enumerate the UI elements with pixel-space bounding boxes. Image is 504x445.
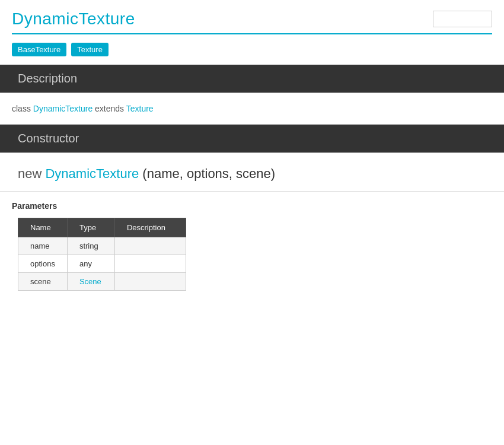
- tag-base-texture[interactable]: BaseTexture: [12, 43, 66, 56]
- table-header-row: Name Type Description: [18, 218, 186, 237]
- class-keyword: class: [12, 104, 31, 113]
- constructor-heading: Constructor: [0, 125, 504, 152]
- row-desc-scene: [114, 273, 186, 291]
- parameters-section: Parameters Name Type Description name st…: [0, 192, 504, 303]
- search-input[interactable]: [433, 11, 492, 27]
- row-name-scene: scene: [18, 273, 68, 291]
- col-header-description: Description: [114, 218, 186, 237]
- row-name-name: name: [18, 237, 68, 255]
- row-type-options: any: [67, 255, 114, 273]
- extends-class-link[interactable]: Texture: [126, 104, 154, 113]
- header: DynamicTexture: [0, 0, 504, 33]
- page-title: DynamicTexture: [12, 9, 135, 28]
- col-header-type: Type: [67, 218, 114, 237]
- tag-row: BaseTexture Texture: [0, 34, 504, 65]
- row-type-name: string: [67, 237, 114, 255]
- tag-texture[interactable]: Texture: [71, 43, 109, 56]
- extends-keyword: extends: [95, 104, 124, 113]
- col-header-name: Name: [18, 218, 68, 237]
- row-desc-name: [114, 237, 186, 255]
- row-desc-options: [114, 255, 186, 273]
- table-row: scene Scene: [18, 273, 186, 291]
- constructor-signature: new DynamicTexture (name, options, scene…: [0, 153, 504, 192]
- parameters-table: Name Type Description name string option…: [18, 218, 186, 291]
- parameters-label: Parameters: [12, 201, 492, 211]
- description-heading: Description: [0, 65, 504, 93]
- table-row: options any: [18, 255, 186, 273]
- class-name-link[interactable]: DynamicTexture: [33, 104, 92, 113]
- description-body: class DynamicTexture extends Texture: [0, 93, 504, 125]
- constructor-class-name: DynamicTexture: [45, 166, 139, 181]
- constructor-params: (name, options, scene): [142, 166, 275, 181]
- row-name-options: options: [18, 255, 68, 273]
- new-keyword: new: [18, 166, 42, 181]
- row-type-scene[interactable]: Scene: [67, 273, 114, 291]
- constructor-section: Constructor new DynamicTexture (name, op…: [0, 125, 504, 303]
- description-section: Description class DynamicTexture extends…: [0, 65, 504, 125]
- table-row: name string: [18, 237, 186, 255]
